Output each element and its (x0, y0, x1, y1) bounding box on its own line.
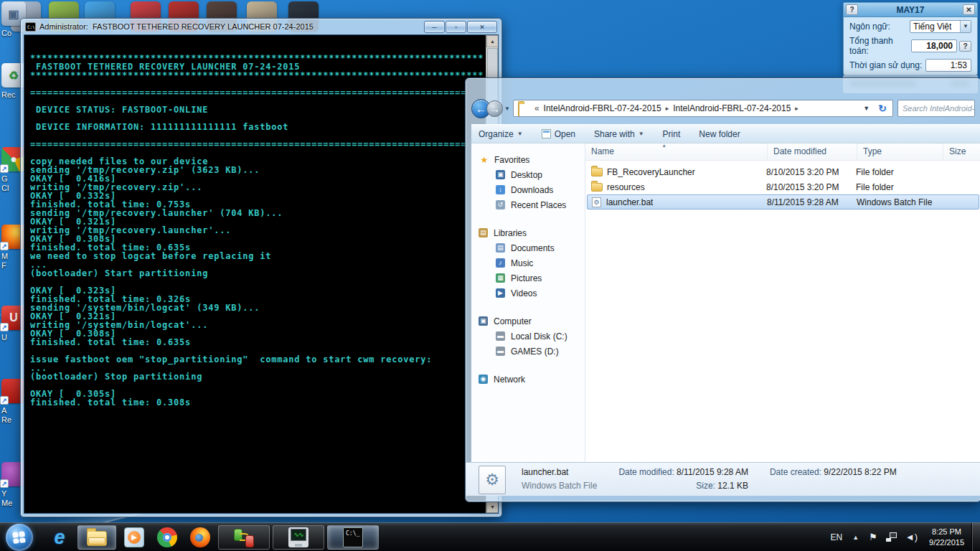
console-window: C:\ Administrator: FASTBOOT TETHERED REC… (20, 18, 502, 517)
forward-button[interactable]: → (486, 100, 503, 117)
organize-button[interactable]: Organize▼ (479, 129, 523, 139)
console-caption-buttons: ─ ▫ ✕ (423, 21, 497, 33)
sidebar-item-desktop[interactable]: ▣Desktop (471, 167, 585, 182)
breadcrumb-overflow-chevron[interactable]: « (532, 103, 542, 113)
column-header-name[interactable]: ▲ Name (585, 143, 768, 160)
language-label: Ngôn ngữ: (849, 22, 910, 32)
refresh-icon[interactable]: ↻ (874, 103, 891, 114)
breadcrumb-separator-icon[interactable]: ▸ (664, 105, 672, 112)
show-hidden-icons-button[interactable]: ▲ (852, 534, 859, 541)
sidebar-item-libraries[interactable]: ▤Libraries (471, 225, 585, 240)
disk-icon: ▬ (496, 331, 505, 341)
details-date-created: 9/22/2015 8:22 PM (824, 467, 896, 477)
cmd-icon: C:\ (25, 22, 36, 32)
breadcrumb-crumb[interactable]: IntelAndroid-FBRL-07-24-2015 (542, 103, 664, 113)
taskbar-media-player-icon[interactable]: ▶ (124, 527, 144, 547)
open-button[interactable]: Open (542, 129, 575, 139)
volume-icon[interactable]: ◄) (905, 532, 918, 542)
breadcrumb-separator-icon[interactable]: ▸ (793, 105, 801, 112)
windows-flag-icon (12, 531, 27, 544)
total-help-button[interactable]: ? (959, 41, 971, 52)
shortcut-arrow-icon: ↗ (0, 479, 9, 488)
taskbar-firefox-icon[interactable] (190, 527, 210, 547)
file-list: ▲ Name Date modified Type Size FB_Recove… (585, 143, 980, 462)
details-date-modified: 8/11/2015 9:28 AM (677, 467, 748, 477)
print-button[interactable]: Print (663, 129, 681, 139)
disk-icon: ▬ (496, 347, 505, 356)
scroll-up-arrow-icon[interactable]: ▲ (486, 35, 499, 47)
console-output-area[interactable]: ****************************************… (24, 34, 499, 514)
taskbar-transfer-tool-button[interactable] (218, 525, 270, 550)
taskbar-chrome-icon[interactable] (157, 527, 177, 547)
table-row-fb-recoverylauncher[interactable]: FB_RecoveryLauncher8/10/2015 3:20 PMFile… (587, 164, 979, 179)
sidebar-item-games-d-[interactable]: ▬GAMES (D:) (471, 344, 585, 359)
taskbar-internet-explorer-icon[interactable]: e (50, 527, 70, 547)
desktop-icon: ▣ (496, 170, 505, 179)
taskbar-windows-explorer-button[interactable] (77, 525, 116, 550)
batch-file-large-icon: ⚙ (479, 466, 506, 494)
sidebar-item-label: Downloads (511, 185, 553, 195)
widget-help-button[interactable]: ? (846, 4, 858, 15)
recent-pages-chevron-icon[interactable]: ▼ (504, 105, 510, 112)
address-bar[interactable]: « IntelAndroid-FBRL-07-24-2015 ▸ IntelAn… (513, 100, 893, 117)
column-header-size[interactable]: Size (943, 143, 980, 160)
file-date-modified: 8/11/2015 9:28 AM (767, 197, 857, 207)
table-row-launcher-bat[interactable]: ⚙launcher.bat8/11/2015 9:28 AMWindows Ba… (587, 194, 979, 209)
sidebar-item-computer[interactable]: ▣Computer (471, 314, 585, 329)
sidebar-item-pictures[interactable]: ▦Pictures (471, 270, 585, 286)
show-desktop-button[interactable] (971, 523, 980, 551)
start-button[interactable] (6, 524, 33, 551)
address-history-chevron-icon[interactable]: ▼ (859, 105, 874, 112)
sidebar-item-network[interactable]: ◉Network (471, 372, 585, 387)
widget-close-button[interactable]: ✕ (963, 4, 975, 15)
sidebar-item-documents[interactable]: ▤Documents (471, 240, 585, 255)
minimize-button[interactable]: ─ (424, 21, 445, 33)
file-type: File folder (856, 167, 942, 177)
shortcut-arrow-icon: ↗ (0, 396, 9, 405)
folder-icon (591, 183, 603, 192)
search-input[interactable]: Search IntelAndroid-F (897, 100, 975, 117)
column-headers: ▲ Name Date modified Type Size (585, 143, 980, 161)
file-name: FB_RecoveryLauncher (607, 167, 695, 177)
open-icon (542, 129, 551, 138)
network-icon[interactable] (886, 532, 897, 542)
taskbar-command-prompt-button[interactable]: C:\_ (327, 525, 379, 550)
table-row-resources[interactable]: resources8/10/2015 3:20 PMFile folder (587, 179, 979, 194)
close-button[interactable]: ✕ (467, 21, 497, 33)
column-header-date-modified[interactable]: Date modified (768, 143, 857, 160)
shortcut-arrow-icon: ↗ (0, 164, 9, 173)
explorer-command-bar: Organize▼ Open Share with▼ Print New fol… (471, 124, 980, 143)
taskbar-monitor-tool-button[interactable]: ∿∿ (273, 525, 324, 550)
action-center-flag-icon[interactable]: ⚑ (869, 532, 877, 542)
sidebar-item-local-disk-c-[interactable]: ▬Local Disk (C:) (471, 329, 585, 344)
new-folder-button[interactable]: New folder (699, 129, 740, 139)
sidebar-item-label: Pictures (511, 273, 542, 283)
maximize-button[interactable]: ▫ (446, 21, 466, 33)
explorer-window: ← → ▼ « IntelAndroid-FBRL-07-24-2015 ▸ I… (465, 77, 980, 502)
chevron-down-icon[interactable]: ▼ (960, 21, 971, 32)
language-indicator[interactable]: EN (831, 532, 843, 542)
taskbar-clock[interactable]: 8:25 PM 9/22/2015 (929, 527, 964, 548)
sidebar-item-videos[interactable]: ▶Videos (471, 286, 585, 301)
console-text: ****************************************… (24, 35, 484, 407)
sidebar-item-downloads[interactable]: ↓Downloads (471, 182, 585, 197)
chevron-down-icon: ▼ (517, 131, 523, 137)
details-size-label: Size: (696, 481, 715, 491)
documents-icon: ▤ (496, 243, 505, 253)
breadcrumb-crumb[interactable]: IntelAndroid-FBRL-07-24-2015 (671, 103, 793, 113)
console-titlebar[interactable]: C:\ Administrator: FASTBOOT TETHERED REC… (21, 19, 501, 34)
language-dropdown[interactable]: Tiếng Việt ▼ (910, 20, 971, 33)
transfer-tool-icon (234, 527, 254, 547)
scroll-down-arrow-icon[interactable]: ▼ (486, 501, 499, 513)
details-date-modified-label: Date modified: (618, 467, 674, 477)
sidebar-item-music[interactable]: ♪Music (471, 255, 585, 270)
billing-widget-titlebar[interactable]: ? MAY17 ✕ (844, 3, 977, 17)
details-pane: ⚙ launcher.bat Windows Batch File Date m… (466, 462, 980, 496)
sidebar-item-recent-places[interactable]: ↺Recent Places (471, 197, 585, 212)
column-header-type[interactable]: Type (857, 143, 943, 160)
file-name: launcher.bat (606, 197, 653, 207)
total-payment-label: Tổng thanh toán: (849, 36, 911, 56)
sidebar-item-favorites[interactable]: ★Favorites (471, 152, 585, 167)
share-with-button[interactable]: Share with▼ (594, 129, 644, 139)
system-tray: EN ▲ ⚑ ◄) 8:25 PM 9/22/2015 (831, 523, 980, 551)
